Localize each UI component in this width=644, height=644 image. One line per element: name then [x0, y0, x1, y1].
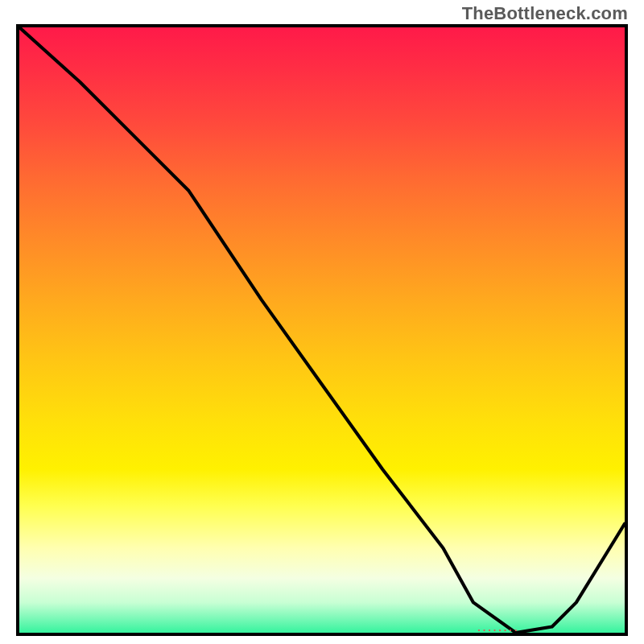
chart-area: ········ [16, 24, 628, 636]
source-label: TheBottleneck.com [462, 3, 628, 24]
heat-gradient [19, 27, 625, 633]
